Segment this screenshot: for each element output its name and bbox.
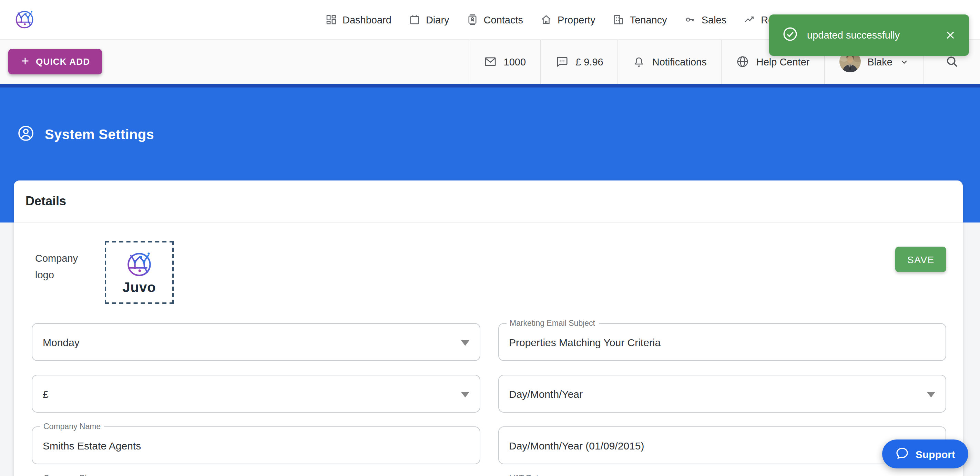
marketing-email-subject-input[interactable]: Marketing Email Subject Properties Match… bbox=[498, 323, 946, 361]
help-center-label: Help Center bbox=[756, 56, 810, 67]
nav-item-property[interactable]: Property bbox=[540, 14, 595, 25]
marketing-email-subject-label: Marketing Email Subject bbox=[506, 318, 598, 328]
company-logo-label: Company logo bbox=[35, 251, 94, 284]
check-circle-icon bbox=[782, 26, 798, 44]
quick-add-label: QUICK ADD bbox=[36, 57, 90, 67]
mail-icon bbox=[484, 55, 497, 68]
juvo-logo-icon[interactable] bbox=[13, 8, 36, 31]
select-arrow-icon bbox=[461, 392, 469, 397]
toast-message: updated successfully bbox=[807, 30, 900, 41]
notifications-item[interactable]: Notifications bbox=[618, 39, 721, 84]
start-day-value: Monday bbox=[43, 336, 80, 348]
company-logo-row: Company logo Juvo SAVE bbox=[32, 241, 946, 304]
key-icon bbox=[684, 14, 696, 25]
nav-label: Sales bbox=[702, 14, 727, 25]
currency-value: £ bbox=[43, 388, 49, 400]
success-toast: updated successfully bbox=[769, 14, 969, 56]
marketing-email-subject-value: Properties Matching Your Criteria bbox=[509, 336, 660, 348]
support-label: Support bbox=[916, 448, 955, 460]
page-title: System Settings bbox=[45, 127, 154, 143]
card-title: Details bbox=[14, 181, 963, 223]
contact-card-icon bbox=[466, 14, 478, 25]
nav-item-diary[interactable]: Diary bbox=[409, 14, 449, 25]
date-format-select[interactable]: Day/Month/Year bbox=[498, 375, 946, 413]
date-format-long-select[interactable]: Day/Month/Year (01/09/2015) bbox=[498, 427, 946, 464]
notifications-label: Notifications bbox=[652, 56, 707, 67]
currency-select[interactable]: £ bbox=[32, 375, 480, 413]
sms-balance-item[interactable]: £ 9.96 bbox=[540, 39, 618, 84]
juvo-logo-icon bbox=[124, 249, 154, 282]
vat-rate-label: VAT Rate bbox=[506, 473, 546, 476]
search-icon bbox=[945, 54, 959, 69]
chat-bubble-icon bbox=[555, 55, 569, 68]
toast-close-icon[interactable] bbox=[945, 30, 956, 41]
quick-add-button[interactable]: QUICK ADD bbox=[8, 49, 102, 75]
settings-form: Monday Marketing Email Subject Propertie… bbox=[32, 323, 946, 476]
company-name-value: Smiths Estate Agents bbox=[43, 440, 141, 451]
chevron-down-icon bbox=[899, 57, 909, 67]
nav-item-contacts[interactable]: Contacts bbox=[466, 14, 523, 25]
main-nav: Dashboard Diary Contacts Property Tenanc… bbox=[325, 0, 796, 39]
nav-item-tenancy[interactable]: Tenancy bbox=[612, 14, 667, 25]
nav-label: Tenancy bbox=[630, 14, 667, 25]
globe-icon bbox=[737, 55, 749, 68]
company-name-label: Company Name bbox=[40, 422, 104, 432]
email-count: 1000 bbox=[504, 56, 526, 67]
nav-item-dashboard[interactable]: Dashboard bbox=[325, 14, 391, 25]
bell-icon bbox=[633, 56, 646, 68]
nav-label: Property bbox=[558, 14, 595, 25]
date-format-value: Day/Month/Year bbox=[509, 388, 583, 400]
nav-label: Diary bbox=[426, 14, 449, 25]
house-icon bbox=[540, 14, 552, 25]
save-button[interactable]: SAVE bbox=[896, 247, 946, 272]
building-icon bbox=[612, 14, 624, 25]
juvo-wordmark: Juvo bbox=[123, 280, 156, 295]
date-format-long-value: Day/Month/Year (01/09/2015) bbox=[509, 440, 644, 451]
nav-label: Contacts bbox=[484, 14, 523, 25]
select-arrow-icon bbox=[461, 340, 469, 346]
dashboard-grid-icon bbox=[325, 14, 337, 25]
company-phone-label: Company Phone bbox=[40, 473, 106, 476]
user-name: Blake bbox=[867, 56, 892, 67]
person-circle-icon bbox=[17, 125, 35, 144]
email-count-item[interactable]: 1000 bbox=[469, 39, 541, 84]
trend-up-icon bbox=[744, 14, 755, 25]
plus-icon bbox=[20, 56, 30, 68]
accent-bar bbox=[0, 84, 980, 87]
calendar-icon bbox=[409, 14, 420, 25]
support-button[interactable]: Support bbox=[882, 440, 968, 468]
details-card: Details Company logo Juvo bbox=[14, 181, 963, 476]
sms-balance: £ 9.96 bbox=[576, 56, 603, 67]
support-chat-icon bbox=[895, 446, 909, 462]
select-arrow-icon bbox=[927, 392, 935, 397]
nav-item-sales[interactable]: Sales bbox=[684, 14, 727, 25]
start-day-select[interactable]: Monday bbox=[32, 323, 480, 361]
company-name-input[interactable]: Company Name Smiths Estate Agents bbox=[32, 427, 480, 464]
company-logo-upload[interactable]: Juvo bbox=[105, 241, 174, 304]
nav-label: Dashboard bbox=[342, 14, 391, 25]
